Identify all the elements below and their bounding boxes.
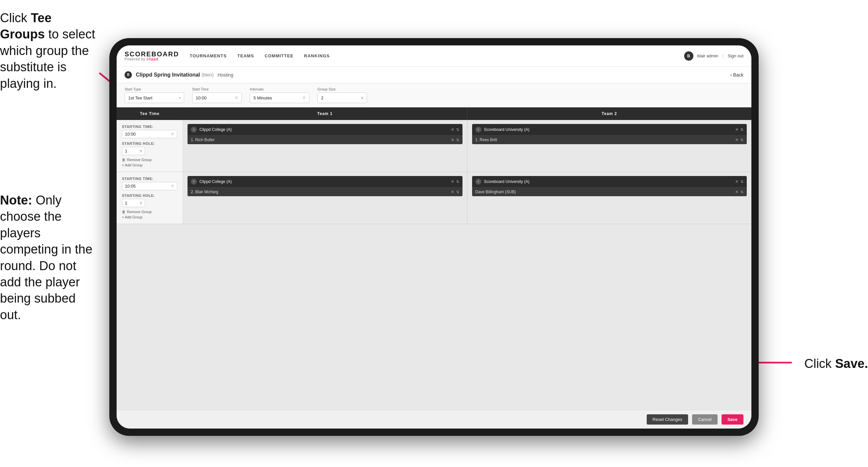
save-button[interactable]: Save [721, 414, 743, 425]
remove-player-icon[interactable]: ✕ [451, 138, 454, 142]
remove-team-icon[interactable]: ✕ [735, 127, 739, 132]
team-actions: ✕ ⇅ [735, 127, 743, 132]
annotation-note: Note: Only choose the players competing … [0, 192, 99, 323]
content-area: STARTING TIME: 10:00 ⏱ STARTING HOLE: 1 … [117, 120, 751, 410]
tee-time-col: STARTING TIME: 10:05 ⏱ STARTING HOLE: 1 … [117, 172, 183, 224]
player-actions: ✕ ⇅ [451, 138, 459, 142]
team-name: Clippd College (A) [199, 127, 448, 132]
team-1-col: T Clippd College (A) ✕ ⇅ 2. Blair McHarg… [183, 172, 467, 224]
start-time-label: Start Time [192, 87, 242, 91]
tablet-device: SCOREBOARD Powered by clippd TOURNAMENTS… [109, 38, 759, 436]
tournament-name: Clippd Spring Invitational (Men) [136, 72, 214, 78]
player-sort-icon[interactable]: ⇅ [456, 190, 459, 194]
nav-rankings[interactable]: RANKINGS [304, 52, 330, 60]
remove-player-icon[interactable]: ✕ [451, 189, 454, 194]
player-actions: ✕ ⇅ [735, 138, 743, 142]
team-header-row: T Clippd College (A) ✕ ⇅ [187, 124, 463, 135]
col-team1: Team 1 [183, 107, 467, 120]
starting-hole-label: STARTING HOLE: [122, 194, 177, 198]
cancel-button[interactable]: Cancel [692, 414, 717, 425]
team-icon: T [475, 179, 482, 185]
sign-out-link[interactable]: Sign out [727, 53, 743, 58]
remove-team-icon[interactable]: ✕ [735, 179, 739, 184]
starting-time-label: STARTING TIME: [122, 177, 177, 181]
intervals-label: Intervals [250, 87, 309, 91]
team-icon: T [475, 126, 482, 133]
teams-col: T Clippd College (A) ✕ ⇅ 2. Blair McHarg… [183, 172, 751, 224]
remove-player-icon[interactable]: ✕ [735, 138, 739, 142]
nav-tournaments[interactable]: TOURNAMENTS [189, 52, 227, 60]
group-size-input[interactable]: 2 ⇅ [317, 92, 367, 103]
tournament-icon: B [125, 71, 132, 79]
footer-bar: Reset Changes Cancel Save [117, 410, 751, 429]
trash-icon: 🗑 [122, 210, 126, 214]
stepper-icon: ⇅ [140, 149, 142, 153]
sort-icon[interactable]: ⇅ [740, 127, 743, 132]
sub-header-left: B Clippd Spring Invitational (Men) Hosti… [125, 71, 233, 79]
player-sort-icon[interactable]: ⇅ [456, 138, 459, 142]
hole-input[interactable]: 1 ⇅ [122, 147, 145, 155]
player-sort-icon[interactable]: ⇅ [740, 190, 743, 194]
player-sort-icon[interactable]: ⇅ [740, 138, 743, 142]
nav-right: B blair admin | Sign out [684, 51, 743, 61]
sort-icon[interactable]: ⇅ [456, 180, 459, 184]
team-actions: ✕ ⇅ [451, 127, 459, 132]
remove-group-button[interactable]: 🗑 Remove Group [122, 158, 177, 162]
start-time-input[interactable]: 10:00 ⏱ [192, 92, 242, 103]
player-name: Dave Billingham (SUB) [475, 189, 733, 194]
trash-icon: 🗑 [122, 158, 126, 162]
hole-input[interactable]: 1 ⇅ [122, 199, 145, 207]
player-row: 1. Rich Butler ✕ ⇅ [187, 135, 463, 144]
nav-committee[interactable]: COMMITTEE [265, 52, 293, 60]
team-entry: T Scoreboard University (A) ✕ ⇅ 1. Rees … [472, 124, 747, 144]
reset-changes-button[interactable]: Reset Changes [647, 414, 688, 425]
nav-user: blair admin [698, 53, 719, 58]
start-type-input[interactable]: 1st Tee Start ▾ [125, 92, 184, 103]
group-row: STARTING TIME: 10:00 ⏱ STARTING HOLE: 1 … [117, 120, 751, 172]
team-name: Scoreboard University (A) [484, 179, 733, 184]
group-row: STARTING TIME: 10:05 ⏱ STARTING HOLE: 1 … [117, 172, 751, 224]
sort-icon[interactable]: ⇅ [740, 180, 743, 184]
clock2-icon: ⏱ [303, 96, 306, 100]
intervals-input[interactable]: 5 Minutes ⏱ [250, 92, 309, 103]
clock-icon: ⏱ [171, 184, 174, 188]
logo-scoreboard: SCOREBOARD [125, 51, 179, 57]
add-group-button[interactable]: + Add Group [122, 163, 177, 167]
team-2-col: T Scoreboard University (A) ✕ ⇅ 1. Rees … [467, 120, 752, 172]
remove-group-button[interactable]: 🗑 Remove Group [122, 210, 177, 214]
remove-team-icon[interactable]: ✕ [451, 127, 454, 132]
tablet-screen: SCOREBOARD Powered by clippd TOURNAMENTS… [117, 46, 751, 429]
team-header-row: T Scoreboard University (A) ✕ ⇅ [472, 176, 747, 187]
starting-hole-label: STARTING HOLE: [122, 142, 177, 146]
tee-time-input[interactable]: 10:00 ⏱ [122, 130, 177, 138]
team-actions: ✕ ⇅ [735, 179, 743, 184]
team-name: Scoreboard University (A) [484, 127, 733, 132]
team-1-col: T Clippd College (A) ✕ ⇅ 1. Rich Butler … [183, 120, 467, 172]
tee-time-col: STARTING TIME: 10:00 ⏱ STARTING HOLE: 1 … [117, 120, 183, 172]
back-link[interactable]: ‹ Back [730, 72, 743, 78]
settings-bar: Start Type 1st Tee Start ▾ Start Time 10… [117, 83, 751, 107]
start-type-label: Start Type [125, 87, 184, 91]
player-name: 1. Rees Britt [475, 138, 733, 142]
tee-time-input[interactable]: 10:05 ⏱ [122, 182, 177, 190]
team-actions: ✕ ⇅ [451, 179, 459, 184]
player-row: 1. Rees Britt ✕ ⇅ [472, 135, 747, 144]
hosting-badge: Hosting [218, 72, 233, 78]
player-row: Dave Billingham (SUB) ✕ ⇅ [472, 187, 747, 196]
remove-team-icon[interactable]: ✕ [451, 179, 454, 184]
group-size-field: Group Size 2 ⇅ [317, 87, 367, 103]
remove-player-icon[interactable]: ✕ [735, 189, 739, 194]
player-actions: ✕ ⇅ [451, 189, 459, 194]
team-icon: T [191, 126, 197, 133]
team-entry: T Clippd College (A) ✕ ⇅ 1. Rich Butler … [187, 124, 463, 144]
user-avatar: B [684, 51, 693, 61]
nav-teams[interactable]: TEAMS [237, 52, 254, 60]
player-actions: ✕ ⇅ [735, 189, 743, 194]
player-name: 1. Rich Butler [191, 138, 448, 142]
intervals-field: Intervals 5 Minutes ⏱ [250, 87, 309, 103]
add-group-button[interactable]: + Add Group [122, 215, 177, 219]
team-entry: T Scoreboard University (A) ✕ ⇅ Dave Bil… [472, 176, 747, 196]
stepper-icon: ⇅ [140, 201, 142, 205]
team-header-row: T Scoreboard University (A) ✕ ⇅ [472, 124, 747, 135]
sort-icon[interactable]: ⇅ [456, 127, 459, 132]
